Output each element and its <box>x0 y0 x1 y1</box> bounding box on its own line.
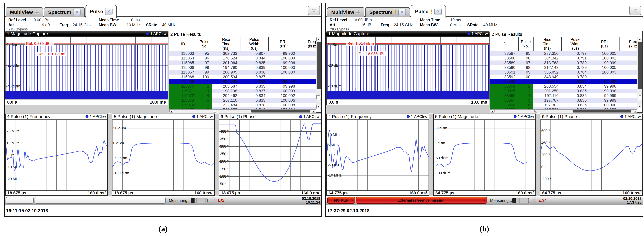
status-field-message[interactable]: External reference missing.▼ <box>356 197 487 204</box>
table-row[interactable]: 335975197.7070.83599.99945 <box>490 98 638 103</box>
table-row[interactable]: 335964197.1160.83699.99944 <box>490 93 638 98</box>
table-row[interactable]: 1150691206.7650.83399.99833 <box>169 79 316 84</box>
tab-dropdown-button[interactable]: ▽ <box>629 6 641 15</box>
pulse-results-table[interactable]: IDPulse No.Rise Time (ns)Pulse Width (us… <box>169 37 316 109</box>
yig-bypass-label: YIG Bypass <box>330 27 349 31</box>
table-cell: 0.835 <box>562 89 590 93</box>
column-separator <box>268 37 268 51</box>
table-cell: 115073 <box>169 98 197 103</box>
tab-dropdown-button[interactable]: ▽ <box>308 6 320 15</box>
status-field-ref[interactable]: NO REF▼ <box>327 197 355 204</box>
table-horizontal-scrollbar[interactable]: ◄► <box>490 109 638 113</box>
table-cell: 100.003 <box>268 89 298 93</box>
table-row[interactable]: 11506597201.9640.83599.99633 <box>169 60 316 65</box>
table-row[interactable]: 3359199335.8520.784100.003140 <box>490 70 638 75</box>
column-separator <box>240 37 240 51</box>
scroll-grip[interactable] <box>316 95 321 100</box>
table-horizontal-scrollbar[interactable]: ◄► <box>169 109 316 113</box>
column-header: Freq (kHz <box>298 37 316 51</box>
table-cell: 97 <box>518 60 533 65</box>
table-row[interactable]: 335997197.5050.83599.99945 <box>490 107 638 109</box>
plot-x-axis: 64.775 µs160.0 ns/ <box>327 191 429 195</box>
scroll-right-button[interactable]: ► <box>633 110 637 113</box>
tab-pulse[interactable]: Pulse!✕ <box>411 5 446 17</box>
column-separator <box>298 37 298 51</box>
table-cell: 33588 <box>490 56 518 60</box>
table-cell: 203.554 <box>533 84 562 89</box>
table-row[interactable]: 11506395302.7330.80799.960108 <box>169 51 316 56</box>
pulse-results-table[interactable]: IDPulse No.Rise Time (ns)Pulse Width (us… <box>490 37 638 109</box>
table-row[interactable]: 11506698194.7900.839100.00333 <box>169 65 316 70</box>
table-row[interactable]: 1150702203.6870.83599.99833 <box>169 84 316 89</box>
close-icon[interactable]: ✕ <box>434 8 442 15</box>
scroll-thumb[interactable] <box>316 42 321 89</box>
tab-multiview[interactable]: MultiView <box>6 7 43 17</box>
table-row[interactable]: 3359098312.1430.789100.005114 <box>490 65 638 70</box>
trace-dot-icon <box>299 115 302 118</box>
status-field-message[interactable] <box>35 197 166 204</box>
tab-label: Pulse <box>90 9 103 14</box>
plot-area: 10 MHz5 MHz0 Hz-5 MHz-10 MHz <box>327 120 429 191</box>
table-cell: 99 <box>518 70 533 75</box>
scroll-left-button[interactable]: ◄ <box>491 110 494 113</box>
scroll-grip[interactable] <box>213 110 216 113</box>
table-row[interactable]: 3358795287.3500.797100.005112 <box>490 51 638 56</box>
table-vertical-scrollbar[interactable]: ▲▼ <box>316 37 321 109</box>
tab-pulse[interactable]: Pulse✕ <box>86 5 117 17</box>
tab-multiview[interactable]: MultiView <box>327 7 364 17</box>
table-row[interactable]: 1150757242.8820.818100.00441 <box>169 107 316 109</box>
table-cell: 0.780 <box>562 75 590 79</box>
scroll-thumb[interactable] <box>251 110 310 113</box>
scroll-thumb[interactable] <box>572 110 631 113</box>
table-cell: 98 <box>518 65 533 70</box>
pulse-results-window: 2 Pulse Results IDPulse No.Rise Time (ns… <box>169 31 322 113</box>
plot-y-tick: 0 Hz <box>328 153 335 157</box>
tab-spectrum[interactable]: Spectrum!✕ <box>365 7 410 17</box>
table-row[interactable]: 3358896304.3420.791100.002113 <box>490 56 638 60</box>
plot-y-tick: 400 ° <box>220 129 229 134</box>
scroll-up-button[interactable]: ▲ <box>638 37 642 41</box>
close-icon[interactable]: ✕ <box>105 8 112 15</box>
capture-y-tick: -20 dBm <box>328 63 341 67</box>
tab-spectrum[interactable]: Spectrum✕ <box>44 7 85 17</box>
table-vertical-scrollbar[interactable]: ▲▼ <box>637 37 642 109</box>
table-cell: 32 <box>298 70 316 75</box>
table-row[interactable]: 11506799200.9050.836100.00032 <box>169 70 316 75</box>
close-icon[interactable]: ✕ <box>73 9 80 16</box>
scroll-thumb[interactable] <box>638 42 642 89</box>
att-label: Att <box>8 23 14 27</box>
table-row[interactable]: 11506496178.5240.844100.00913 <box>169 56 316 60</box>
plot-y-tick: 100 ° <box>220 174 229 179</box>
table-row[interactable]: 3358997313.7680.78999.999113 <box>490 60 638 65</box>
scroll-down-button[interactable]: ▼ <box>638 105 642 109</box>
trace-legend: 1 APClrw <box>620 114 641 119</box>
figure-canvas: MultiViewSpectrum✕Pulse✕ ▽ Ref Level 9.0… <box>0 0 644 236</box>
table-cell: 198.198 <box>212 89 240 93</box>
scroll-right-button[interactable]: ► <box>312 110 316 113</box>
scroll-left-button[interactable]: ◄ <box>170 110 173 113</box>
table-cell: 0.835 <box>240 60 268 65</box>
table-cell: 194.790 <box>212 65 240 70</box>
table-row[interactable]: 335942203.5540.83499.99842 <box>490 84 638 89</box>
table-row[interactable]: 1150735207.1100.833100.00632 <box>169 98 316 103</box>
table-row[interactable]: 335931205.1100.83299.99841 <box>490 79 638 84</box>
table-row[interactable]: 335953201.2500.83599.99843 <box>490 89 638 93</box>
table-cell: 33599 <box>490 107 518 109</box>
scroll-up-button[interactable]: ▲ <box>316 37 321 41</box>
plot-y-tick: -100 dBm <box>434 171 450 175</box>
table-row[interactable]: 1150713198.1980.837100.00332 <box>169 89 316 93</box>
scroll-grip[interactable] <box>638 95 642 100</box>
status-field-ref[interactable] <box>6 197 34 204</box>
table-row[interactable]: 115068100200.5340.837...33 <box>169 75 316 79</box>
table-cell: 312.143 <box>533 65 562 70</box>
close-icon[interactable]: ✕ <box>398 9 406 16</box>
scroll-down-button[interactable]: ▼ <box>316 105 321 109</box>
table-row[interactable]: 1150724204.4620.834100.00232 <box>169 93 316 98</box>
table-cell: 33 <box>298 75 316 79</box>
scroll-grip[interactable] <box>534 110 537 113</box>
table-row[interactable]: 33592100348.9490.780...142 <box>490 75 638 79</box>
table-row[interactable]: 1150746222.4840.828100.00833 <box>169 103 316 107</box>
table-cell: 197.302 <box>533 103 562 107</box>
table-row[interactable]: 335986197.3020.835100.00045 <box>490 103 638 107</box>
table-cell: 33593 <box>490 79 518 84</box>
